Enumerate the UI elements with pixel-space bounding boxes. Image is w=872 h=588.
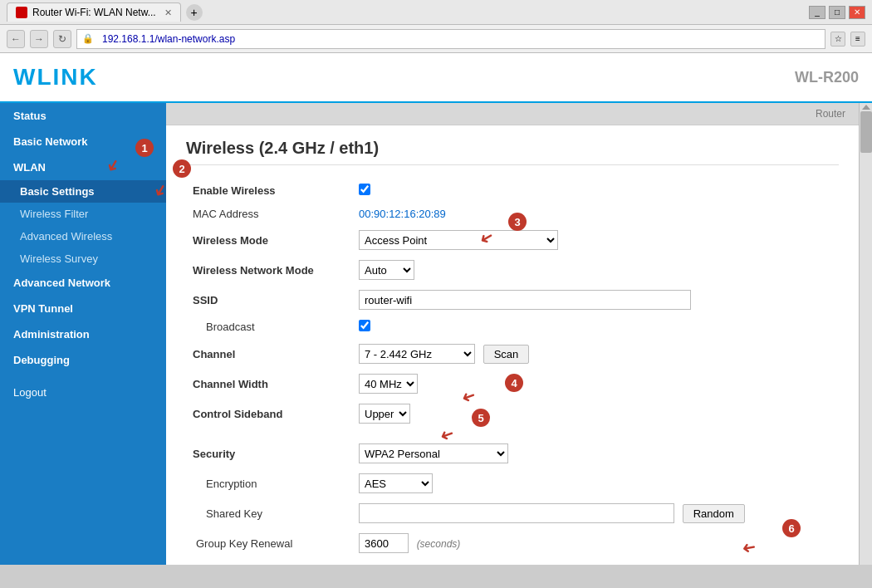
scrollbar[interactable] — [859, 103, 872, 565]
control-sideband-select[interactable]: Upper Lower — [359, 404, 410, 424]
row-ssid: SSID — [186, 285, 839, 315]
address-bar: ← → ↻ 🔒 ☆ ≡ — [0, 25, 872, 53]
wireless-mode-select[interactable]: Access Point Client Repeater Ad-Hoc — [359, 230, 558, 250]
mac-address-value[interactable]: 00:90:12:16:20:89 — [359, 208, 446, 220]
content-header: Router — [166, 103, 859, 125]
ssid-input[interactable] — [359, 290, 691, 310]
refresh-button[interactable]: ↻ — [53, 30, 71, 48]
row-wireless-mode: Wireless Mode Access Point Client Repeat… — [186, 225, 839, 255]
row-encryption: Encryption AES TKIP TKIP+AES — [186, 468, 839, 498]
control-sideband-label: Control Sideband — [186, 399, 352, 429]
enable-wireless-cell — [352, 179, 839, 203]
forward-button[interactable]: → — [30, 30, 48, 48]
channel-width-label: Channel Width — [186, 369, 352, 399]
content-area: Status Basic Network WLAN Basic Settings… — [0, 103, 872, 565]
menu-icon[interactable]: ≡ — [850, 32, 865, 47]
sidebar-label-wireless-filter: Wireless Filter — [20, 208, 88, 220]
group-key-label: Group Key Renewal — [186, 528, 352, 558]
new-tab-button[interactable]: + — [186, 4, 203, 21]
random-button[interactable]: Random — [683, 504, 745, 523]
tab-favicon — [16, 7, 27, 18]
security-select[interactable]: WPA2 Personal None WEP WPA Personal WPA … — [359, 443, 508, 463]
sidebar-item-wireless-filter[interactable]: Wireless Filter — [0, 203, 166, 225]
maximize-button[interactable]: □ — [829, 6, 845, 19]
scroll-up-arrow[interactable] — [862, 105, 870, 110]
wireless-mode-cell: Access Point Client Repeater Ad-Hoc — [352, 225, 839, 255]
main-content: Router Wireless (2.4 GHz / eth1) Enable … — [166, 103, 859, 565]
page-title: Wireless (2.4 GHz / eth1) — [186, 139, 839, 165]
control-sideband-cell: Upper Lower — [352, 399, 839, 429]
ssid-label: SSID — [186, 285, 352, 315]
title-bar: Router Wi-Fi: WLAN Netw... ✕ + _ □ ✕ — [0, 0, 872, 25]
sidebar-label-basic-settings: Basic Settings — [20, 185, 95, 198]
row-mac-address: MAC Address 00:90:12:16:20:89 — [186, 203, 839, 225]
content-body: Wireless (2.4 GHz / eth1) Enable Wireles… — [166, 125, 859, 565]
channel-width-select[interactable]: 40 MHz 20 MHz — [359, 374, 418, 394]
scroll-thumb[interactable] — [860, 111, 872, 153]
enable-wireless-checkbox[interactable] — [359, 184, 370, 195]
channel-label: Channel — [186, 339, 352, 369]
sidebar-item-vpn-tunnel[interactable]: VPN Tunnel — [0, 296, 166, 321]
row-shared-key: Shared Key Random — [186, 498, 839, 528]
row-enable-wireless: Enable Wireless — [186, 179, 839, 203]
window-controls: _ □ ✕ — [809, 6, 865, 19]
security-cell: WPA2 Personal None WEP WPA Personal WPA … — [352, 439, 839, 468]
ssid-cell — [352, 285, 839, 315]
logo: WLINK — [13, 64, 98, 91]
model-name: WL-R200 — [795, 69, 859, 86]
channel-select[interactable]: 7 - 2.442 GHz 1 - 2.412 GHz 6 - 2.437 GH… — [359, 344, 475, 364]
shared-key-input[interactable] — [359, 503, 674, 523]
wireless-network-mode-select[interactable]: Auto B Only G Only N Only — [359, 260, 414, 280]
group-key-input[interactable] — [359, 533, 409, 553]
back-button[interactable]: ← — [7, 30, 25, 48]
row-security: Security WPA2 Personal None WEP WPA Pers… — [186, 439, 839, 468]
encryption-select[interactable]: AES TKIP TKIP+AES — [359, 473, 433, 493]
sidebar-item-advanced-network[interactable]: Advanced Network — [0, 270, 166, 296]
settings-form: Enable Wireless MAC Address 00:90:12:16:… — [186, 179, 839, 558]
tab-close-button[interactable]: ✕ — [164, 7, 172, 18]
encryption-cell: AES TKIP TKIP+AES — [352, 468, 839, 498]
group-key-cell: (seconds) — [352, 528, 839, 558]
broadcast-checkbox[interactable] — [359, 320, 370, 331]
breadcrumb-text: Router — [816, 108, 845, 120]
sidebar-label-advanced-wireless: Advanced Wireless — [20, 230, 112, 243]
sidebar-item-basic-network[interactable]: Basic Network — [0, 129, 166, 154]
sidebar-label-wireless-survey: Wireless Survey — [20, 252, 98, 265]
sidebar-item-debugging[interactable]: Debugging — [0, 347, 166, 373]
row-control-sideband: Control Sideband Upper Lower — [186, 399, 839, 429]
scan-button[interactable]: Scan — [483, 345, 530, 364]
url-input[interactable] — [97, 30, 820, 48]
channel-width-cell: 40 MHz 20 MHz — [352, 369, 839, 399]
minimize-button[interactable]: _ — [809, 6, 825, 19]
channel-cell: 7 - 2.442 GHz 1 - 2.412 GHz 6 - 2.437 GH… — [352, 339, 839, 369]
page-header: WLINK WL-R200 — [0, 53, 872, 103]
shared-key-cell: Random — [352, 498, 839, 528]
sidebar-logout[interactable]: Logout — [0, 386, 166, 399]
wireless-network-mode-label: Wireless Network Mode — [186, 255, 352, 285]
tab-title: Router Wi-Fi: WLAN Netw... — [32, 7, 156, 18]
sidebar-item-status[interactable]: Status — [0, 103, 166, 129]
secure-icon: 🔒 — [82, 33, 94, 44]
row-wireless-network-mode: Wireless Network Mode Auto B Only G Only… — [186, 255, 839, 285]
row-channel-width: Channel Width 40 MHz 20 MHz — [186, 369, 839, 399]
wireless-network-mode-cell: Auto B Only G Only N Only — [352, 255, 839, 285]
sidebar-item-administration[interactable]: Administration — [0, 321, 166, 347]
logout-label: Logout — [0, 380, 60, 405]
bookmark-icon[interactable]: ☆ — [830, 32, 845, 47]
sidebar-item-advanced-wireless[interactable]: Advanced Wireless — [0, 225, 166, 247]
sidebar-item-wlan[interactable]: WLAN — [0, 154, 166, 180]
sidebar: Status Basic Network WLAN Basic Settings… — [0, 103, 166, 565]
broadcast-label: Broadcast — [186, 315, 352, 339]
sidebar-item-wireless-survey[interactable]: Wireless Survey — [0, 247, 166, 270]
row-broadcast: Broadcast — [186, 315, 839, 339]
encryption-label: Encryption — [186, 468, 352, 498]
sidebar-item-basic-settings[interactable]: Basic Settings — [0, 180, 166, 203]
close-window-button[interactable]: ✕ — [849, 6, 865, 19]
browser-tab[interactable]: Router Wi-Fi: WLAN Netw... ✕ — [7, 2, 181, 22]
broadcast-cell — [352, 315, 839, 339]
row-channel: Channel 7 - 2.442 GHz 1 - 2.412 GHz 6 - … — [186, 339, 839, 369]
shared-key-label: Shared Key — [186, 498, 352, 528]
row-group-key: Group Key Renewal (seconds) — [186, 528, 839, 558]
group-key-unit: (seconds) — [417, 538, 461, 550]
mac-address-cell: 00:90:12:16:20:89 — [352, 203, 839, 225]
